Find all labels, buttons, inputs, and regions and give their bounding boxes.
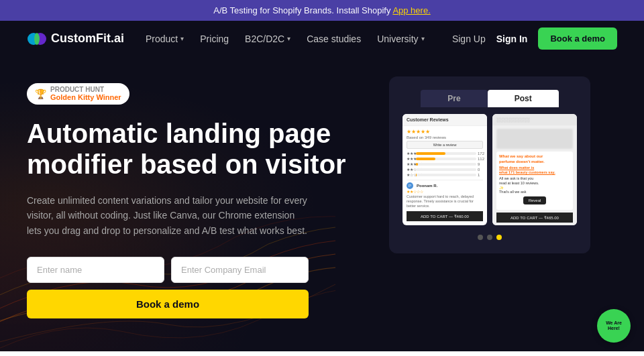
navbar: CustomFit.ai Product ▾ Pricing B2C/D2C ▾… [0,21,644,56]
carousel-dots [402,235,577,240]
hero-form-row [27,257,309,283]
reviewer-row: P Poonam R. [407,182,483,189]
chevron-down-icon: ▾ [180,35,184,42]
highlight-line-4: That's all we ask [499,190,570,194]
bar-row-2: ★★☆☆☆ 0 [407,167,483,172]
post-add-to-cart[interactable]: ADD TO CART — ₹465.00 [496,213,573,223]
logo-text: CustomFit.ai [51,32,124,46]
nav-links: Product ▾ Pricing B2C/D2C ▾ Case studies… [146,34,431,44]
hero-left: 🏆 PRODUCT HUNT Golden Kitty Winner Autom… [27,83,362,318]
signin-link[interactable]: Sign In [496,34,528,44]
carousel-dot-2[interactable] [487,235,492,240]
chevron-down-icon: ▾ [287,35,290,42]
tab-pre[interactable]: Pre [421,90,487,107]
bar-row-1: ★☆☆☆☆ 1 [407,172,483,177]
nav-case-studies[interactable]: Case studies [307,34,361,44]
avatar: P [407,182,413,189]
nav-pricing[interactable]: Pricing [200,34,229,44]
reveal-button[interactable]: Reveal [523,196,547,204]
preview-container: Pre Post Customer Reviews ★★★★★ Based on… [389,76,590,253]
write-review-btn[interactable]: Write a review [407,141,483,149]
preview-tabs: Pre Post [402,90,577,107]
carousel-dot-3[interactable] [496,235,502,240]
review-count: Based on 349 reviews [407,135,483,139]
pre-card-body: ★★★★★ Based on 349 reviews Write a revie… [402,126,487,224]
post-card-header: ░░░░░░░░░░ [492,114,577,126]
chat-label: We AreHere! [606,320,622,331]
blurred-image [496,129,573,149]
name-input[interactable] [27,257,164,283]
pre-card: Customer Reviews ★★★★★ Based on 349 revi… [402,114,487,225]
review-stars: ★★☆☆☆ [407,189,483,194]
highlight-line-2: What does matter iswhat 171 beauty custo… [499,166,570,175]
preview-cards: Customer Reviews ★★★★★ Based on 349 revi… [402,114,577,225]
nav-demo-button[interactable]: Book a demo [538,27,617,50]
banner-text: A/B Testing for Shopify Brands. Install … [213,5,392,15]
hero-form: Book a demo [27,257,309,318]
logo[interactable]: CustomFit.ai [27,29,124,49]
svg-point-2 [34,33,40,45]
product-hunt-badge: 🏆 PRODUCT HUNT Golden Kitty Winner [27,83,129,105]
post-card-body: What we say about ourperfume doesn't mat… [492,126,577,225]
hero-title: Automatic landing page modifier based on… [27,118,362,180]
nav-b2c[interactable]: B2C/D2C ▾ [245,34,290,44]
hero-preview: Pre Post Customer Reviews ★★★★★ Based on… [389,76,604,253]
nav-university[interactable]: University ▾ [377,34,424,44]
chat-bubble[interactable]: We AreHere! [597,309,631,343]
highlight-line-3: All we ask is that youread at least 10 r… [499,176,570,186]
chevron-down-icon: ▾ [421,35,425,42]
logo-icon [27,29,47,49]
review-item: P Poonam R. ★★☆☆☆ Customer support hard … [407,180,483,209]
highlight-box: What we say about ourperfume doesn't mat… [496,152,573,210]
nav-right: Sign Up Sign In Book a demo [452,27,617,50]
star-bars: ★★★★★ 172 ★★★★☆ 112 ★★★☆☆ [407,151,483,177]
post-card: ░░░░░░░░░░ What we say about ourperfume … [492,114,577,225]
bar-row-5: ★★★★★ 172 [407,151,483,156]
hero-subtitle: Create unlimited content variations and … [27,193,309,238]
pre-card-header: Customer Reviews [402,114,487,126]
pre-add-to-cart[interactable]: ADD TO CART — ₹460.00 [407,211,483,221]
banner-link[interactable]: App here. [392,5,430,15]
carousel-dot-1[interactable] [478,235,483,240]
highlight-line-1: What we say about ourperfume doesn't mat… [499,154,570,165]
trophy-icon: 🏆 [35,88,46,99]
hero-section: 🏆 PRODUCT HUNT Golden Kitty Winner Autom… [0,56,644,351]
overall-stars: ★★★★★ [407,129,483,135]
hero-cta-button[interactable]: Book a demo [27,290,309,318]
nav-product[interactable]: Product ▾ [146,34,184,44]
email-input[interactable] [171,257,309,283]
badge-text: PRODUCT HUNT Golden Kitty Winner [50,86,121,101]
bottom-section: Trusted By Thousands Of Brands Worldwide [0,351,644,356]
tab-post[interactable]: Post [488,90,559,107]
signup-link[interactable]: Sign Up [452,34,486,44]
bar-row-3: ★★★☆☆ 9 [407,162,483,166]
bar-row-4: ★★★★☆ 112 [407,156,483,161]
top-banner: A/B Testing for Shopify Brands. Install … [0,0,644,21]
